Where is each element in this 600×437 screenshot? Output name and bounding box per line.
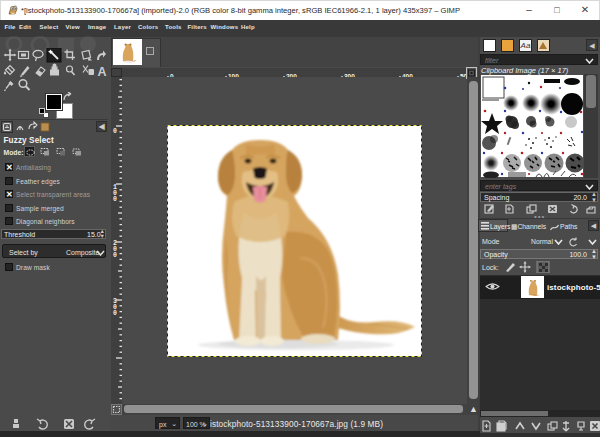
svg-text:0: 0 <box>113 310 117 317</box>
svg-text:A: A <box>98 65 107 79</box>
svg-text:0: 0 <box>113 196 117 203</box>
svg-text:0: 0 <box>113 252 117 259</box>
svg-text:0: 0 <box>113 128 117 135</box>
